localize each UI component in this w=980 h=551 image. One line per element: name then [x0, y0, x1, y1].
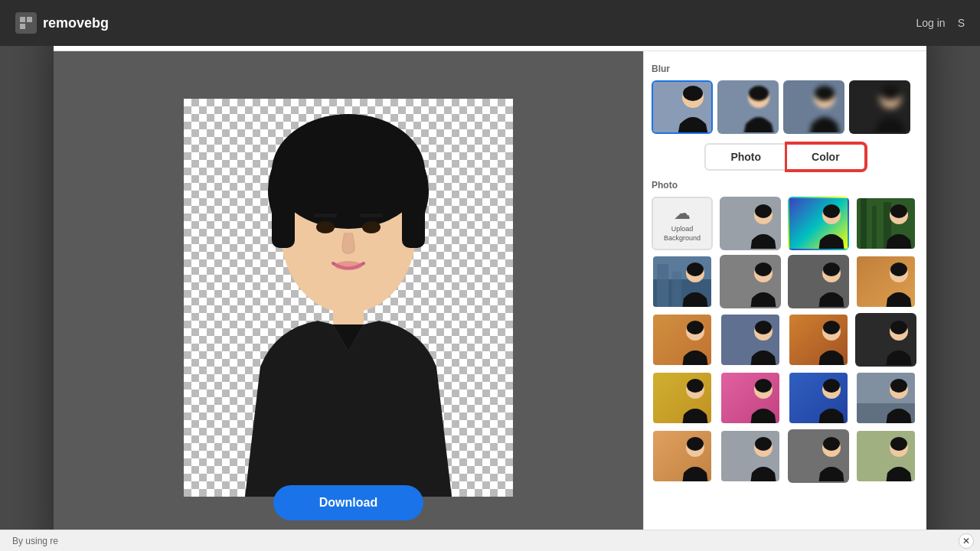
- photo-thumb-17[interactable]: [720, 429, 781, 483]
- photo-thumb-1[interactable]: [720, 197, 781, 250]
- svg-rect-41: [672, 272, 681, 308]
- svg-point-73: [823, 379, 840, 393]
- svg-point-12: [335, 261, 362, 270]
- blur-option-0[interactable]: [652, 80, 713, 134]
- header-extra[interactable]: S: [958, 17, 965, 29]
- photo-thumb-9[interactable]: [720, 313, 781, 367]
- photo-color-toggle: Photo Color: [652, 143, 919, 171]
- svg-rect-10: [314, 214, 337, 217]
- login-link[interactable]: Log in: [916, 17, 946, 29]
- svg-point-22: [815, 86, 835, 101]
- photo-thumb-19[interactable]: [855, 429, 916, 483]
- download-area: Download: [273, 485, 423, 520]
- svg-point-37: [890, 204, 907, 218]
- svg-point-43: [687, 262, 704, 276]
- photo-grid: ☁ Upload Background: [652, 197, 919, 483]
- svg-point-67: [687, 379, 704, 393]
- color-toggle-button[interactable]: Color: [786, 143, 866, 171]
- photo-thumb-11[interactable]: [855, 313, 916, 367]
- svg-point-77: [890, 379, 907, 393]
- photo-thumb-6[interactable]: [788, 255, 849, 308]
- svg-point-46: [755, 262, 772, 276]
- svg-point-58: [755, 321, 772, 334]
- photo-thumb-18[interactable]: [788, 429, 849, 483]
- svg-point-86: [823, 437, 840, 451]
- upload-background-label: Upload Background: [664, 225, 701, 243]
- photo-thumb-5[interactable]: [720, 255, 781, 308]
- blur-option-3[interactable]: [849, 80, 910, 134]
- svg-point-61: [823, 321, 840, 334]
- blur-option-2[interactable]: [783, 80, 844, 134]
- svg-rect-34: [872, 206, 877, 250]
- modal-container: ✕ − 100% + ↺ ↻ ☰ BACKGROUND ✏ ERASE / RE…: [54, 8, 926, 543]
- svg-point-19: [749, 86, 769, 101]
- content-area: Download Blur: [54, 51, 926, 543]
- upload-cloud-icon: ☁: [674, 204, 691, 223]
- sidebar: Blur: [643, 51, 926, 543]
- logo-text: removebg: [43, 15, 109, 31]
- svg-rect-11: [360, 214, 383, 217]
- preview-area: Download: [54, 51, 643, 543]
- upload-background-button[interactable]: ☁ Upload Background: [652, 197, 713, 250]
- photo-thumb-4[interactable]: [652, 255, 713, 308]
- svg-point-8: [316, 221, 335, 233]
- photo-toggle-button[interactable]: Photo: [704, 143, 786, 171]
- photo-thumb-8[interactable]: [652, 313, 713, 367]
- svg-point-25: [880, 86, 900, 101]
- photo-thumb-16[interactable]: [652, 429, 713, 483]
- photo-thumb-13[interactable]: [720, 371, 781, 425]
- logo-icon: [15, 12, 37, 34]
- svg-rect-7: [402, 171, 425, 248]
- notice-close-button[interactable]: ✕: [959, 533, 974, 549]
- person-portrait: [184, 99, 513, 497]
- photo-thumb-15[interactable]: [855, 371, 916, 425]
- download-button[interactable]: Download: [273, 485, 423, 520]
- svg-point-55: [687, 321, 704, 334]
- svg-rect-40: [657, 264, 668, 308]
- photo-thumb-3[interactable]: [855, 197, 916, 250]
- photo-thumb-2[interactable]: [788, 197, 849, 250]
- header: removebg Log in S: [0, 0, 980, 46]
- svg-point-16: [683, 86, 703, 101]
- svg-point-64: [890, 321, 907, 334]
- svg-point-31: [823, 204, 840, 218]
- svg-rect-0: [20, 17, 25, 22]
- photo-section-label: Photo: [652, 180, 919, 191]
- photo-thumb-12[interactable]: [652, 371, 713, 425]
- photo-thumb-7[interactable]: [855, 255, 916, 308]
- notice-bar: By using re ✕: [0, 530, 980, 551]
- svg-point-9: [362, 221, 381, 233]
- photo-thumb-10[interactable]: [788, 313, 849, 367]
- svg-rect-6: [272, 171, 295, 248]
- svg-rect-33: [861, 198, 867, 250]
- header-right: Log in S: [916, 17, 965, 29]
- svg-point-83: [755, 437, 772, 451]
- photo-thumb-14[interactable]: [788, 371, 849, 425]
- blur-section-label: Blur: [652, 64, 919, 74]
- logo-area: removebg: [15, 12, 109, 34]
- notice-text: By using re: [12, 536, 58, 546]
- svg-rect-1: [27, 17, 32, 22]
- svg-point-28: [755, 204, 772, 218]
- blur-option-1[interactable]: [717, 80, 779, 134]
- svg-rect-2: [20, 24, 25, 29]
- svg-point-80: [687, 437, 704, 451]
- svg-point-89: [890, 437, 907, 451]
- blur-row: [652, 80, 919, 134]
- svg-point-70: [755, 379, 772, 393]
- svg-point-52: [890, 262, 907, 276]
- image-container: [184, 99, 513, 497]
- svg-point-49: [823, 262, 840, 276]
